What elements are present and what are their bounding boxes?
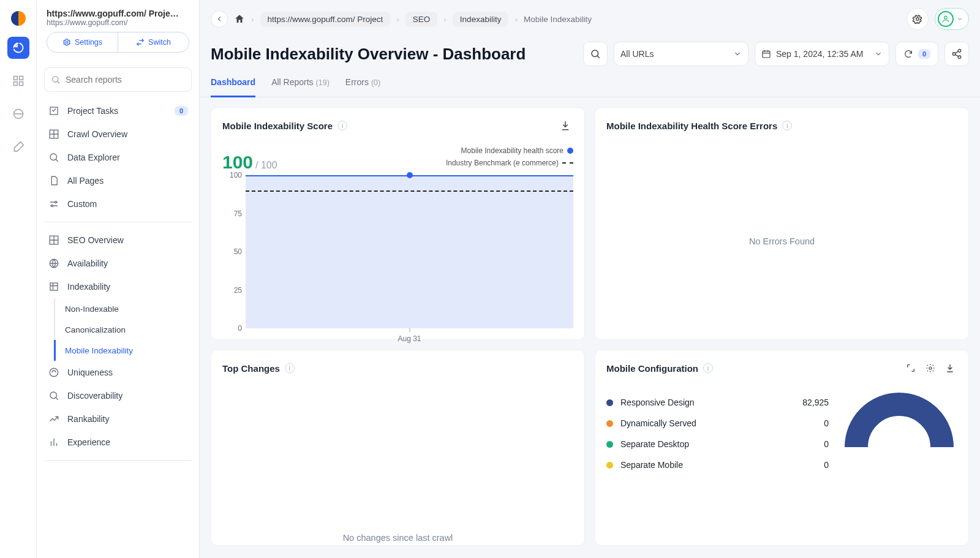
main: › https://www.gopuff.com/ Project › SEO … [200,0,980,558]
left-rail [0,0,37,558]
explore-icon [48,152,60,163]
sidebar-item-discoverability[interactable]: Discoverability [44,384,192,407]
crumb-project[interactable]: https://www.gopuff.com/ Project [260,12,391,27]
tab-dashboard[interactable]: Dashboard [211,77,255,97]
mobile-config-row[interactable]: Dynamically Served0 [606,413,829,434]
sidebar-label: Project Tasks [67,106,118,116]
svg-rect-15 [50,283,58,290]
share-button[interactable] [944,42,969,66]
date-select[interactable]: Sep 1, 2024, 12:35 AM [755,42,889,66]
mobile-config-row[interactable]: Separate Desktop0 [606,434,829,454]
settings-label: Settings [75,38,102,47]
info-icon[interactable]: i [285,363,295,373]
info-icon[interactable]: i [703,363,713,373]
sidebar-item-indexability[interactable]: Indexability [44,275,192,298]
sidebar-item-availability[interactable]: Availability [44,252,192,275]
svg-point-22 [958,50,961,53]
chevron-down-icon [956,15,963,23]
search-icon [590,48,601,59]
home-icon[interactable] [234,13,245,25]
svg-point-18 [916,18,919,21]
sidebar-item-all-pages[interactable]: All Pages [44,169,192,192]
sidebar-sub-nonindexable[interactable]: Non-Indexable [55,298,192,319]
score-chart: 0255075100Aug 31 [246,175,573,328]
errors-empty: No Errors Found [595,143,968,339]
legend-dot-icon [567,148,573,154]
tab-count: (19) [316,78,330,87]
chart-area [246,175,573,328]
score-max: / 100 [255,160,277,171]
sidebar-item-experience[interactable]: Experience [44,431,192,454]
rail-edit-icon[interactable] [7,136,29,158]
sidebar-label: Discoverability [67,391,123,401]
gear-icon[interactable] [923,361,938,375]
legend-dot-icon [606,462,613,469]
x-tick [409,328,410,332]
trend-icon [48,413,60,424]
user-menu[interactable] [935,8,969,30]
info-icon[interactable]: i [782,121,792,130]
card-title: Mobile Indexability Health Score Errors [606,121,777,131]
crumb-seo[interactable]: SEO [405,12,438,27]
legend-dot-icon [606,441,613,448]
search-reports[interactable] [44,67,192,92]
rail-dashboard-icon[interactable] [7,70,29,92]
settings-button[interactable] [907,8,929,30]
sidebar-item-custom[interactable]: Custom [44,192,192,216]
top-changes-empty: No changes since last crawl [211,386,584,545]
sidebar-label: Uniqueness [67,368,113,377]
svg-point-23 [952,53,956,56]
search-input[interactable] [66,75,185,85]
download-icon[interactable] [943,361,957,375]
sidebar-item-seo-overview[interactable]: SEO Overview [44,228,192,252]
switch-pill[interactable]: Switch [118,32,189,52]
crumb-indexability[interactable]: Indexability [453,12,509,27]
sidebar-label: All Pages [67,176,104,186]
url-scope-select[interactable]: All URLs [614,42,748,66]
sidebar: https://www.gopuff.com/ Proje… https://w… [37,0,200,558]
sidebar-label: Crawl Overview [67,129,127,139]
rail-globe-icon[interactable] [7,103,29,125]
legend-dot-icon [606,399,613,406]
unique-icon [48,367,60,378]
sidebar-label: Indexability [67,282,110,292]
mobile-config-list: Responsive Design82,925Dynamically Serve… [606,392,829,475]
user-avatar-icon [938,11,954,27]
settings-pill[interactable]: Settings [47,32,118,52]
indexability-subtree: Non-Indexable Canonicalization Mobile In… [54,298,192,361]
tab-errors[interactable]: Errors (0) [345,77,380,97]
sidebar-sub-canonicalization[interactable]: Canonicalization [55,319,192,340]
info-icon[interactable]: i [337,121,347,130]
chevron-right-icon: › [443,15,447,24]
tab-all-reports[interactable]: All Reports (19) [271,77,330,97]
card-score: Mobile Indexability Score i 100 / 100 Mo… [211,107,585,340]
mobile-config-row[interactable]: Separate Mobile0 [606,454,829,475]
sidebar-item-project-tasks[interactable]: Project Tasks 0 [44,99,192,123]
crumb-current: Mobile Indexability [524,15,592,24]
mobile-config-label: Dynamically Served [620,418,778,428]
sidebar-item-data-explorer[interactable]: Data Explorer [44,146,192,169]
breadcrumbs: › https://www.gopuff.com/ Project › SEO … [234,12,900,27]
expand-icon[interactable] [903,361,918,375]
bars-icon [48,437,60,448]
back-button[interactable] [211,10,228,28]
mobile-config-row[interactable]: Responsive Design82,925 [606,392,829,413]
sidebar-label: Rankability [67,414,109,424]
sidebar-sub-mobile-indexability[interactable]: Mobile Indexability [54,340,192,361]
rail-crawl-icon[interactable] [7,37,29,59]
sidebar-item-uniqueness[interactable]: Uniqueness [44,361,192,384]
card-title: Mobile Configuration [606,363,698,374]
svg-point-20 [592,50,598,57]
donut-chart [841,392,957,475]
download-icon[interactable] [557,118,573,134]
svg-point-6 [66,41,68,43]
sidebar-item-crawl-overview[interactable]: Crawl Overview [44,123,192,146]
sync-button[interactable]: 0 [895,42,938,66]
mobile-config-value: 0 [786,460,829,470]
header-row: Mobile Indexability Overview - Dashboard… [200,38,980,66]
search-button[interactable] [583,42,608,66]
sidebar-item-rankability[interactable]: Rankability [44,407,192,431]
chevron-right-icon: › [514,15,518,24]
index-icon [48,281,60,292]
mobile-config-value: 0 [786,418,829,428]
